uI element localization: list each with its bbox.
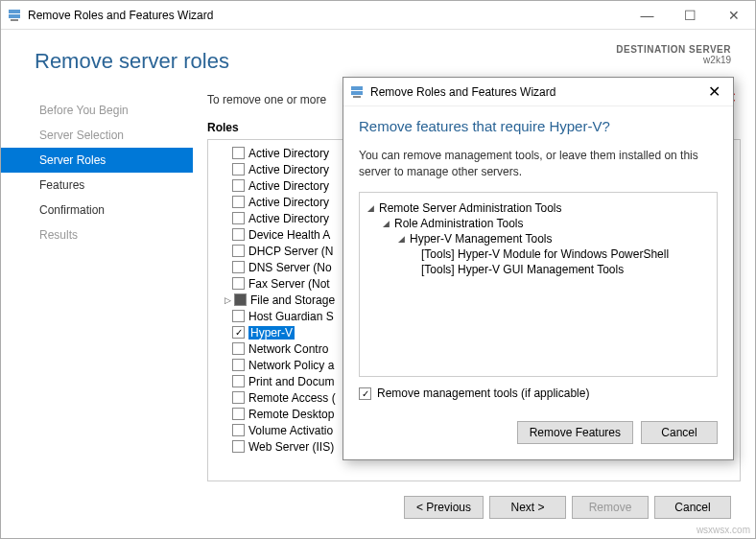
role-label: Hyper-V	[248, 326, 295, 340]
sidebar-item-confirmation[interactable]: Confirmation	[1, 198, 193, 223]
role-checkbox[interactable]	[232, 163, 245, 176]
remove-features-button[interactable]: Remove Features	[517, 421, 633, 444]
collapse-icon[interactable]: ◢	[383, 219, 394, 228]
role-label: Active Directory	[248, 179, 329, 193]
role-checkbox[interactable]	[232, 196, 245, 208]
previous-button[interactable]: < Previous	[404, 496, 484, 519]
destination-server-box: DESTINATION SERVER w2k19	[616, 44, 731, 65]
tree-node[interactable]: ◢Hyper-V Management Tools	[367, 231, 709, 246]
dialog-titlebar: Remove Roles and Features Wizard ✕	[343, 78, 733, 106]
cancel-button[interactable]: Cancel	[654, 496, 731, 519]
role-checkbox[interactable]	[232, 359, 245, 371]
sidebar-item-server-selection[interactable]: Server Selection	[1, 123, 193, 148]
server-manager-icon	[349, 84, 365, 100]
role-checkbox[interactable]	[232, 408, 245, 420]
wizard-sidebar: Before You Begin Server Selection Server…	[1, 93, 193, 481]
window-controls: — ☐ ✕	[626, 1, 755, 30]
watermark: wsxwsx.com	[697, 525, 750, 535]
role-checkbox[interactable]	[232, 342, 245, 355]
role-checkbox[interactable]	[234, 293, 247, 306]
server-manager-icon	[7, 8, 22, 23]
close-button[interactable]: ✕	[712, 1, 755, 30]
remove-button[interactable]: Remove	[572, 496, 649, 519]
wizard-footer: < Previous Next > Remove Cancel	[1, 481, 755, 538]
role-checkbox[interactable]	[232, 424, 245, 436]
svg-rect-1	[9, 14, 20, 18]
dialog-text: You can remove management tools, or leav…	[359, 148, 718, 180]
confirm-remove-dialog: Remove Roles and Features Wizard ✕ Remov…	[343, 77, 734, 460]
role-label: Active Directory	[248, 212, 329, 225]
role-label: File and Storage	[250, 293, 335, 307]
role-label: Print and Docum	[248, 375, 334, 388]
role-label: Network Policy a	[248, 359, 334, 372]
role-checkbox[interactable]	[232, 277, 245, 290]
tree-leaf[interactable]: [Tools] Hyper-V Module for Windows Power…	[367, 246, 709, 262]
sidebar-item-features[interactable]: Features	[1, 173, 193, 198]
role-label: Active Directory	[248, 196, 329, 209]
role-label: Volume Activatio	[248, 424, 333, 437]
destination-server-value: w2k19	[616, 55, 731, 65]
role-label: DHCP Server (N	[248, 245, 333, 258]
role-checkbox[interactable]	[232, 179, 245, 192]
remove-mgmt-tools-label: Remove management tools (if applicable)	[377, 387, 589, 400]
role-checkbox[interactable]	[232, 375, 245, 387]
dialog-title: Remove Roles and Features Wizard	[370, 85, 695, 99]
window-title: Remove Roles and Features Wizard	[28, 9, 626, 22]
dialog-options: Remove management tools (if applicable)	[359, 377, 718, 410]
sidebar-item-results[interactable]: Results	[1, 223, 193, 247]
role-label: Network Contro	[248, 342, 328, 356]
collapse-icon[interactable]: ◢	[398, 234, 410, 244]
tree-node[interactable]: ◢Role Administration Tools	[367, 216, 709, 231]
features-tree[interactable]: ◢Remote Server Administration Tools ◢Rol…	[359, 192, 718, 377]
svg-rect-3	[351, 86, 363, 90]
wizard-header: Remove server roles DESTINATION SERVER w…	[1, 30, 755, 83]
role-label: DNS Server (No	[248, 261, 332, 274]
dialog-footer: Remove Features Cancel	[343, 421, 733, 459]
next-button[interactable]: Next >	[489, 496, 566, 519]
role-label: Host Guardian S	[248, 310, 334, 323]
sidebar-item-server-roles[interactable]: Server Roles	[1, 148, 193, 173]
role-checkbox[interactable]	[232, 310, 245, 322]
dialog-cancel-button[interactable]: Cancel	[641, 421, 718, 444]
tree-leaf[interactable]: [Tools] Hyper-V GUI Management Tools	[367, 262, 709, 277]
titlebar: Remove Roles and Features Wizard — ☐ ✕	[1, 1, 755, 30]
role-checkbox[interactable]	[232, 326, 245, 339]
svg-rect-5	[353, 96, 361, 98]
svg-rect-0	[9, 10, 20, 13]
dialog-heading: Remove features that require Hyper-V?	[359, 118, 718, 134]
role-label: Web Server (IIS)	[248, 440, 334, 454]
svg-rect-4	[351, 91, 363, 95]
minimize-button[interactable]: —	[626, 1, 669, 30]
collapse-icon[interactable]: ◢	[367, 203, 379, 213]
destination-server-label: DESTINATION SERVER	[616, 44, 731, 55]
role-label: Active Directory	[248, 147, 329, 160]
tree-node[interactable]: ◢Remote Server Administration Tools	[367, 200, 709, 216]
dialog-close-button[interactable]: ✕	[695, 78, 733, 106]
role-checkbox[interactable]	[232, 212, 245, 224]
role-label: Fax Server (Not	[248, 277, 330, 291]
maximize-button[interactable]: ☐	[669, 1, 712, 30]
role-checkbox[interactable]	[232, 391, 245, 404]
role-checkbox[interactable]	[232, 228, 245, 241]
role-checkbox[interactable]	[232, 261, 245, 273]
expand-icon[interactable]: ▷	[221, 295, 234, 305]
role-checkbox[interactable]	[232, 440, 245, 453]
role-checkbox[interactable]	[232, 147, 245, 159]
role-checkbox[interactable]	[232, 245, 245, 257]
svg-rect-2	[11, 19, 18, 21]
role-label: Device Health A	[248, 228, 330, 242]
remove-mgmt-tools-checkbox[interactable]	[359, 387, 371, 400]
role-label: Active Directory	[248, 163, 329, 176]
role-label: Remote Desktop	[248, 408, 334, 421]
dialog-body: Remove features that require Hyper-V? Yo…	[343, 106, 733, 421]
role-label: Remote Access (	[248, 391, 336, 405]
sidebar-item-before-you-begin[interactable]: Before You Begin	[1, 98, 193, 123]
